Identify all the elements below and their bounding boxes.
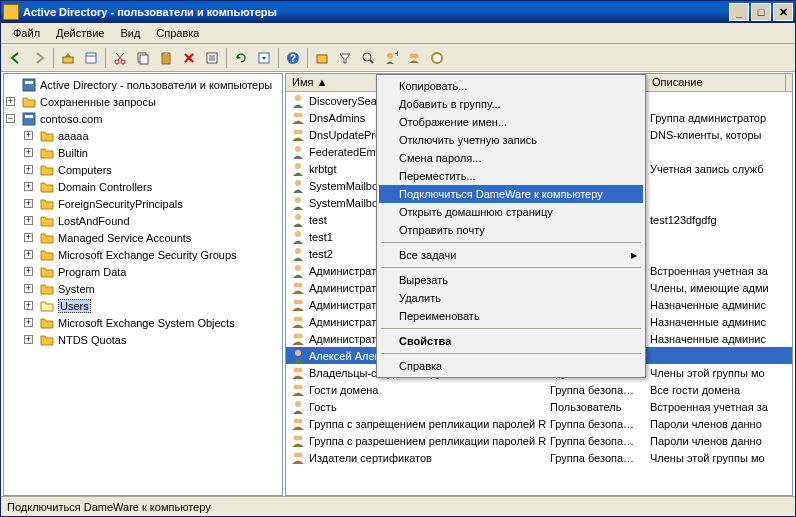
expander[interactable]: + (24, 216, 33, 225)
find-button[interactable] (357, 47, 379, 69)
ctx-item[interactable]: Копировать... (379, 77, 643, 95)
ctx-item[interactable]: Вырезать (379, 271, 643, 289)
expander[interactable]: + (24, 284, 33, 293)
cut-button[interactable] (109, 47, 131, 69)
tree-node-foreignsecurityprincipals[interactable]: +ForeignSecurityPrincipals (6, 195, 280, 212)
up-button[interactable] (57, 47, 79, 69)
properties-button[interactable] (201, 47, 223, 69)
tree-node-program-data[interactable]: +Program Data (6, 263, 280, 280)
expander[interactable]: + (6, 97, 15, 106)
back-button[interactable] (5, 47, 27, 69)
status-text: Подключиться DameWare к компьютеру (7, 501, 211, 513)
ctx-item[interactable]: Свойства (379, 332, 643, 350)
user-icon (290, 178, 306, 194)
expander[interactable]: − (6, 114, 15, 123)
svg-point-36 (298, 129, 303, 134)
list-row[interactable]: ГостьПользовательВстроенная учетная за (286, 398, 792, 415)
list-row[interactable]: Издатели сертификатовГруппа безопа…Члены… (286, 449, 792, 466)
menu-действие[interactable]: Действие (48, 25, 112, 41)
delete-button[interactable] (178, 47, 200, 69)
add-ou-button[interactable] (426, 47, 448, 69)
forward-button[interactable] (28, 47, 50, 69)
group-icon (290, 416, 306, 432)
tree-node-lostandfound[interactable]: +LostAndFound (6, 212, 280, 229)
ctx-item[interactable]: Добавить в группу... (379, 95, 643, 113)
svg-rect-10 (164, 52, 168, 55)
expander[interactable]: + (24, 131, 33, 140)
close-button[interactable]: ✕ (773, 3, 793, 21)
tree-node-system[interactable]: +System (6, 280, 280, 297)
expander[interactable]: + (24, 165, 33, 174)
user-icon (290, 246, 306, 262)
tree-label: Program Data (58, 266, 126, 278)
row-desc: Пароли членов данно (646, 418, 786, 430)
svg-point-4 (121, 60, 125, 64)
folder-icon (21, 111, 37, 127)
ctx-item[interactable]: Отключить учетную запись (379, 131, 643, 149)
ctx-item[interactable]: Удалить (379, 289, 643, 307)
row-type: Группа безопа… (546, 418, 646, 430)
filter-button[interactable] (334, 47, 356, 69)
list-row[interactable]: Гости доменаГруппа безопа…Все гости доме… (286, 381, 792, 398)
show-button[interactable] (80, 47, 102, 69)
ctx-item[interactable]: Отправить почту (379, 221, 643, 239)
expander[interactable]: + (24, 148, 33, 157)
user-icon (290, 348, 306, 364)
expander[interactable]: + (24, 199, 33, 208)
tree-node-managed-service-accounts[interactable]: +Managed Service Accounts (6, 229, 280, 246)
tree-node-builtin[interactable]: +Builtin (6, 144, 280, 161)
add-group-button[interactable] (403, 47, 425, 69)
expander[interactable]: + (24, 301, 33, 310)
ctx-item[interactable]: Переместить... (379, 167, 643, 185)
svg-point-55 (298, 367, 303, 372)
tree-saved-queries[interactable]: +Сохраненные запросы (6, 93, 280, 110)
ctx-item[interactable]: Переименовать (379, 307, 643, 325)
tree-domain[interactable]: −contoso.com (6, 110, 280, 127)
ctx-item[interactable]: Справка (379, 357, 643, 375)
help-button[interactable]: ? (282, 47, 304, 69)
ctx-item[interactable]: Все задачи (379, 246, 643, 264)
ctx-item[interactable]: Смена пароля... (379, 149, 643, 167)
tree-node-microsoft-exchange-system-objects[interactable]: +Microsoft Exchange System Objects (6, 314, 280, 331)
ctx-item[interactable]: Подключиться DameWare к компьютеру (379, 185, 643, 203)
svg-point-38 (295, 163, 301, 169)
expander[interactable]: + (24, 318, 33, 327)
minimize-button[interactable]: _ (729, 3, 749, 21)
expander[interactable]: + (24, 267, 33, 276)
list-row[interactable]: Группа с разрешением репликации паролей … (286, 432, 792, 449)
folder-icon (39, 128, 55, 144)
export-button[interactable] (253, 47, 275, 69)
refresh-button[interactable] (230, 47, 252, 69)
menu-справка[interactable]: Справка (148, 25, 207, 41)
tree-node-users[interactable]: +Users (6, 297, 280, 314)
column-header-2[interactable]: Описание (646, 74, 786, 91)
ctx-item[interactable]: Отображение имен... (379, 113, 643, 131)
tree-node-domain-controllers[interactable]: +Domain Controllers (6, 178, 280, 195)
expander[interactable]: + (24, 250, 33, 259)
ctx-item[interactable]: Открыть домашнюю страницу (379, 203, 643, 221)
container-icon[interactable] (311, 47, 333, 69)
paste-button[interactable] (155, 47, 177, 69)
tree-node-aaaaa[interactable]: +aaaaa (6, 127, 280, 144)
copy-button[interactable] (132, 47, 154, 69)
tree-node-microsoft-exchange-security-groups[interactable]: +Microsoft Exchange Security Groups (6, 246, 280, 263)
tree-label: Builtin (58, 147, 88, 159)
tree-node-ntds-quotas[interactable]: +NTDS Quotas (6, 331, 280, 348)
expander[interactable]: + (24, 335, 33, 344)
tree-pane[interactable]: Active Directory - пользователи и компью… (3, 73, 283, 496)
add-user-button[interactable]: + (380, 47, 402, 69)
maximize-button[interactable]: □ (751, 3, 771, 21)
list-row[interactable]: Группа с запрещением репликации паролей … (286, 415, 792, 432)
tree-label: Active Directory - пользователи и компью… (40, 79, 272, 91)
expander[interactable]: + (24, 233, 33, 242)
folder-icon (39, 298, 55, 314)
svg-line-22 (370, 60, 373, 63)
svg-rect-0 (63, 57, 73, 63)
svg-point-41 (295, 214, 301, 220)
expander[interactable]: + (24, 182, 33, 191)
tree-root[interactable]: Active Directory - пользователи и компью… (6, 76, 280, 93)
menu-вид[interactable]: Вид (112, 25, 148, 41)
menu-файл[interactable]: Файл (5, 25, 48, 41)
list-pane[interactable]: Имя ▲ТипОписание DiscoverySearchMDnsAdmi… (285, 73, 793, 496)
tree-node-computers[interactable]: +Computers (6, 161, 280, 178)
